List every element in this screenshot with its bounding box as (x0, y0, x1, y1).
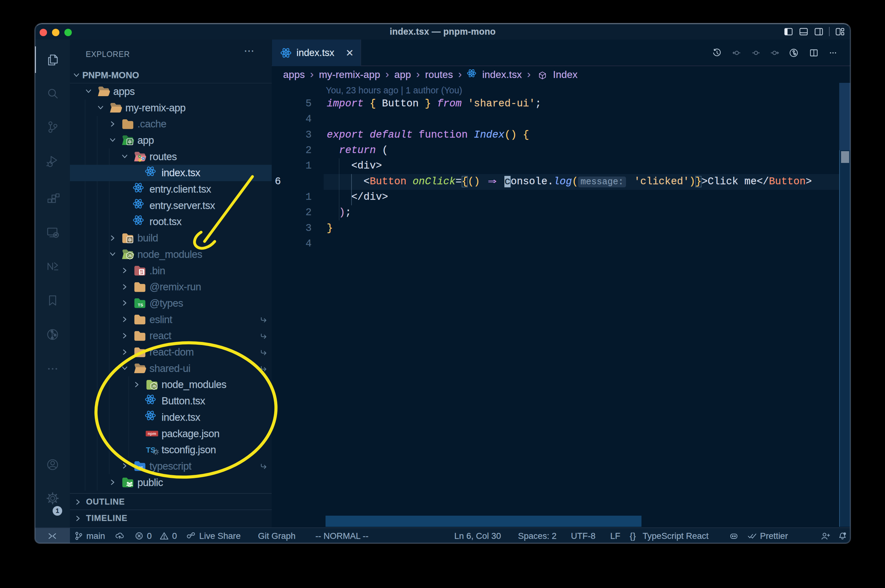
svg-text:TS: TS (138, 303, 143, 307)
svg-text:10: 10 (140, 272, 143, 275)
svg-text:JS: JS (152, 385, 156, 388)
svg-text:npm: npm (148, 431, 156, 436)
svg-text:TS: TS (138, 466, 143, 470)
svg-text:JS: JS (128, 254, 132, 258)
